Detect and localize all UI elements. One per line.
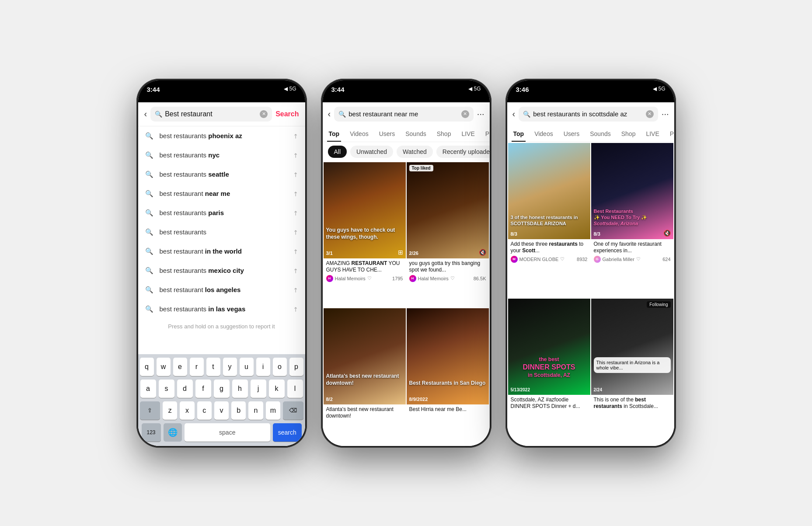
video-card-s1[interactable]: 3 of the honest restaurants in SCOTTSDAL… [508,143,590,298]
results-input-3[interactable]: 🔍 best restaurants in scottsdale az ✕ [519,107,658,122]
filter-recent-2[interactable]: Recently uploaded [436,146,490,158]
tab-live-2[interactable]: LIVE [460,126,476,142]
suggestion-text: best restaurant los angeles [160,286,287,293]
date-badge-s4: 2/24 [594,387,602,392]
filter-all-2[interactable]: All [328,146,347,158]
more-button-2[interactable]: ··· [477,109,484,119]
tab-videos-2[interactable]: Videos [348,126,370,142]
back-button[interactable]: ‹ [144,109,147,119]
tab-shop-2[interactable]: Shop [435,126,453,142]
key-a[interactable]: a [140,380,156,398]
search-bar: ‹ 🔍 Best restaurant ✕ Search [138,102,305,126]
clear-button-3[interactable]: ✕ [646,110,654,118]
key-y[interactable]: y [223,358,237,376]
suggestion-text: best restaurants [160,228,287,236]
video-card-4[interactable]: Best Restaurants in San Diego 8/9/2022 B… [407,308,489,445]
key-v[interactable]: v [214,401,229,420]
author-avatar-2: H [409,275,416,282]
key-j[interactable]: j [251,380,266,398]
key-z[interactable]: z [163,401,177,420]
suggestion-item[interactable]: 🔍 best restaurants paris ↗ [138,203,305,223]
status-icons-3: ◀ 5G [653,86,665,92]
suggestion-icon: 🔍 [145,305,153,313]
key-delete[interactable]: ⌫ [283,401,303,420]
suggestion-icon: 🔍 [145,267,153,275]
key-space[interactable]: space [185,423,271,442]
results-input-2[interactable]: 🔍 best restaurant near me ✕ [334,107,474,122]
key-d[interactable]: d [177,380,193,398]
video-info-s1: Add these three restaurants to your Scot… [508,239,590,266]
key-o[interactable]: o [273,358,287,376]
clear-button[interactable]: ✕ [260,110,268,118]
key-h[interactable]: h [232,380,248,398]
tab-users-3[interactable]: Users [562,126,582,142]
tab-shop-3[interactable]: Shop [620,126,638,142]
key-t[interactable]: t [206,358,220,376]
search-query-3[interactable]: best restaurants in scottsdale az [533,110,643,118]
video-card-s4[interactable]: Following This restaurant in Arizona is … [591,299,673,445]
search-query-2[interactable]: best restaurant near me [348,110,459,118]
tabs-row-2: Top Videos Users Sounds Shop LIVE Place [323,126,490,142]
suggestion-item-world[interactable]: 🔍 best restaurant in the world ↗ [138,242,305,261]
clear-button-2[interactable]: ✕ [461,110,469,118]
tab-top-3[interactable]: Top [512,126,526,142]
key-f[interactable]: f [195,380,211,398]
suggestion-item[interactable]: 🔍 best restaurants nyc ↗ [138,146,305,165]
suggestion-item[interactable]: 🔍 best restaurants in las vegas ↗ [138,300,305,319]
key-123[interactable]: 123 [142,423,161,442]
key-e[interactable]: e [173,358,187,376]
video-card-s2[interactable]: Best Restaurants✨ You NEED To Try ✨Scott… [591,143,673,298]
search-icon-2: 🔍 [338,111,346,118]
tab-place-2[interactable]: Place [484,126,490,142]
back-button-3[interactable]: ‹ [512,109,516,119]
key-shift[interactable]: ⇧ [140,401,160,420]
key-w[interactable]: w [157,358,171,376]
tab-videos-3[interactable]: Videos [533,126,555,142]
video-card-s3[interactable]: the bestDINNER SPOTSin Scottsdale, AZ 5/… [508,299,590,445]
video-card-1[interactable]: You guys have to check out these wings, … [324,162,406,307]
suggestion-item[interactable]: 🔍 best restaurants phoenix az ↗ [138,126,305,146]
key-k[interactable]: k [269,380,285,398]
tab-sounds-2[interactable]: Sounds [404,126,428,142]
search-input[interactable]: Best restaurant [165,110,257,118]
key-b[interactable]: b [231,401,246,420]
key-i[interactable]: i [256,358,270,376]
back-button-2[interactable]: ‹ [328,109,331,119]
video-card-2[interactable]: Top liked 2/26 🔇 you guys gotta try this… [407,162,489,307]
video-title-s4: This is one of the best restaurants in S… [594,397,671,410]
video-info-2: you guys gotta try this banging spot we … [407,258,489,286]
search-key[interactable]: search [273,423,302,442]
filter-watched-2[interactable]: Watched [397,146,433,158]
key-s[interactable]: s [159,380,174,398]
save-icon-1: ⊞ [398,249,403,256]
tab-top-2[interactable]: Top [327,126,342,142]
tab-live-3[interactable]: LIVE [644,126,661,142]
filter-unwatched-2[interactable]: Unwatched [350,146,393,158]
tab-users-2[interactable]: Users [377,126,397,142]
suggestion-item[interactable]: 🔍 best restaurants ↗ [138,223,305,242]
key-c[interactable]: c [197,401,212,420]
key-r[interactable]: r [190,358,204,376]
key-x[interactable]: x [180,401,194,420]
suggestion-item[interactable]: 🔍 best restaurant los angeles ↗ [138,280,305,300]
tab-sounds-3[interactable]: Sounds [588,126,612,142]
search-input-wrapper[interactable]: 🔍 Best restaurant ✕ [150,107,272,122]
more-button-3[interactable]: ··· [662,109,669,119]
search-action-button[interactable]: Search [275,110,299,118]
key-m[interactable]: m [266,401,280,420]
key-u[interactable]: u [240,358,254,376]
tab-place-3[interactable]: Place [668,126,674,142]
suggestion-item[interactable]: 🔍 best restaurant near me ↗ [138,184,305,203]
keyboard: q w e r t y u i o p a s d f g h [138,354,305,446]
suggestion-item[interactable]: 🔍 best restaurants mexico city ↗ [138,261,305,280]
globe-key[interactable]: 🌐 [164,423,182,442]
key-n[interactable]: n [248,401,263,420]
following-badge-s4: Following [647,301,670,308]
suggestion-item-seattle[interactable]: 🔍 best restaurants seattle ↗ [138,165,305,184]
key-l[interactable]: l [287,380,303,398]
key-q[interactable]: q [140,358,154,376]
key-p[interactable]: p [289,358,303,376]
video-card-3[interactable]: Atlanta's best new restaurant downtown! … [324,308,406,445]
video-counter-4: 8/9/2022 [409,397,428,402]
key-g[interactable]: g [214,380,230,398]
